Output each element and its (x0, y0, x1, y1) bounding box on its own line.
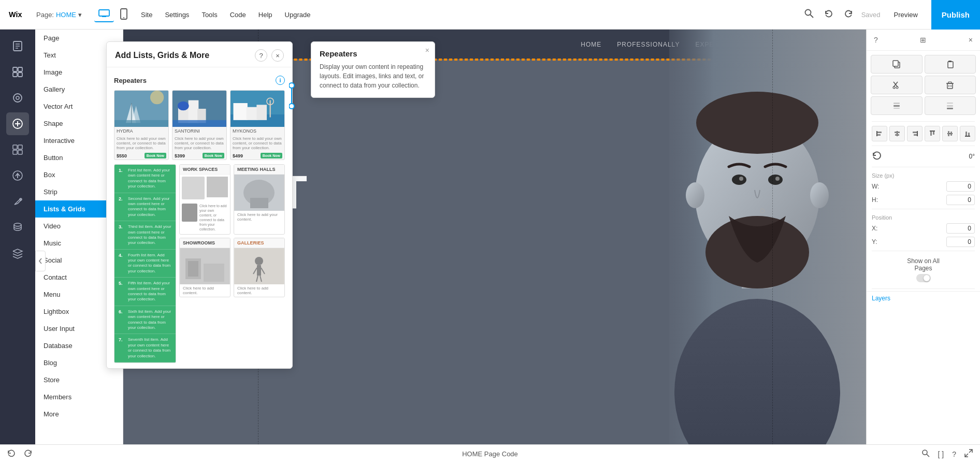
panel-item-members[interactable]: Members (35, 388, 123, 406)
chevron-down-icon[interactable]: ▾ (78, 11, 82, 19)
bottom-question-btn[interactable]: ? (950, 447, 958, 461)
svg-rect-89 (893, 105, 900, 107)
right-panel-grid-icon[interactable]: ⊞ (918, 34, 928, 46)
bottom-undo-btn[interactable] (5, 447, 18, 461)
rp-move-down-btn[interactable] (925, 96, 976, 115)
santorini-label: SANTORINI (172, 127, 226, 135)
right-panel-question-icon[interactable]: ? (872, 34, 880, 46)
repeater-subcard-showrooms[interactable]: SHOWROOMS Click here to add content. (179, 238, 230, 297)
left-icon-add[interactable] (6, 112, 29, 135)
rp-divider-6 (872, 288, 975, 289)
top-navigation: Site Settings Tools Code Help Upgrade (136, 9, 315, 21)
show-all-pages-section: Show on AllPages (867, 253, 980, 286)
add-lists-grids-panel: Add Lists, Grids & More ? × Repeaters i (106, 41, 293, 369)
desktop-device-btn[interactable] (94, 7, 114, 22)
repeater-subcard-galleries[interactable]: GALLERIES (234, 238, 285, 297)
search-icon[interactable] (802, 7, 816, 22)
left-icon-apps[interactable] (6, 138, 29, 161)
left-icon-database[interactable] (6, 216, 29, 239)
rp-align-left-btn[interactable] (872, 126, 887, 141)
nav-settings[interactable]: Settings (160, 9, 194, 21)
saved-label: Saved (861, 11, 881, 19)
repeater-card-hydra[interactable]: HYDRA Click here to add your own content… (114, 90, 169, 160)
svg-text:Wix: Wix (9, 10, 22, 19)
canvas-nav-home[interactable]: HOME (581, 41, 601, 48)
panel-item-more[interactable]: More (35, 406, 123, 423)
svg-point-76 (289, 104, 294, 109)
nav-help[interactable]: Help (253, 9, 278, 21)
svg-rect-14 (18, 73, 22, 77)
svg-rect-108 (950, 132, 952, 136)
rp-align-right-btn[interactable] (907, 126, 923, 141)
repeaters-info-icon[interactable]: i (276, 76, 285, 85)
add-panel-help-button[interactable]: ? (255, 49, 267, 62)
repeater-subcard-workspaces[interactable]: WORK SPACES Click here to add your own c… (179, 164, 230, 235)
nav-code[interactable]: Code (225, 9, 251, 21)
left-icon-publish-arrow[interactable] (6, 164, 29, 187)
mobile-device-btn[interactable] (116, 6, 132, 23)
undo-icon[interactable] (822, 7, 835, 22)
left-icon-pen[interactable] (6, 190, 29, 213)
rp-delete-btn[interactable] (925, 76, 976, 94)
rp-align-center-h-btn[interactable] (889, 126, 905, 141)
hydra-detail: Click here to add your own content, or c… (114, 135, 168, 152)
left-icon-pages[interactable] (6, 35, 29, 57)
x-input[interactable] (946, 223, 975, 234)
repeater-card-mykonos[interactable]: MYKONOS Click here to add your own conte… (230, 90, 285, 160)
page-name[interactable]: HOME (56, 11, 76, 19)
rp-divider-5 (872, 251, 975, 251)
repeater-card-santorini[interactable]: SANTORINI Click here to add your own con… (172, 90, 227, 160)
width-input[interactable] (946, 181, 975, 192)
rp-paste-btn[interactable] (925, 55, 976, 74)
position-section-label: Position (867, 211, 980, 222)
rp-rotate-row: 0° (867, 148, 980, 165)
rp-cut-btn[interactable] (871, 76, 923, 94)
publish-button[interactable]: Publish (931, 0, 980, 30)
list-item-6: 6. Sixth list item. Add your own content… (114, 306, 176, 335)
tooltip-close-button[interactable]: × (425, 46, 429, 54)
rp-align-middle-btn[interactable] (942, 126, 958, 141)
rp-copy-btn[interactable] (871, 55, 923, 74)
left-icon-components[interactable] (6, 61, 29, 83)
show-all-pages-label: Show on AllPages (872, 257, 975, 272)
bottom-search-btn[interactable] (919, 447, 932, 461)
height-input[interactable] (946, 195, 975, 205)
svg-rect-79 (948, 62, 953, 68)
bottom-zoom-btn[interactable]: [ ] (936, 447, 946, 461)
y-row: Y: (867, 235, 980, 249)
repeater-subcard-meetinghalls[interactable]: MEETING HALLS Click here to add your con… (234, 164, 285, 235)
svg-rect-99 (895, 134, 899, 136)
santorini-price: $399 Book Now (172, 152, 226, 160)
svg-rect-91 (947, 103, 953, 104)
svg-point-39 (810, 182, 829, 208)
nav-site[interactable]: Site (136, 9, 157, 21)
svg-rect-111 (968, 133, 970, 136)
rp-divider-4 (872, 209, 975, 209)
tooltip-body: Display your own content in repeating la… (320, 62, 426, 90)
redo-icon[interactable] (842, 7, 855, 22)
left-icon-media[interactable] (6, 86, 29, 109)
left-icon-layers[interactable] (6, 242, 29, 265)
y-input[interactable] (946, 237, 975, 247)
svg-rect-93 (947, 108, 953, 109)
svg-point-27 (14, 223, 21, 226)
nav-tools[interactable]: Tools (196, 9, 222, 21)
svg-point-51 (178, 102, 189, 111)
bottom-redo-btn[interactable] (22, 447, 34, 461)
collapse-panel-button[interactable] (35, 251, 46, 271)
layers-button[interactable]: Layers (867, 291, 980, 305)
rp-align-row-1 (867, 124, 980, 143)
repeater-card-green-list[interactable]: 1. First list item. Add your own content… (114, 164, 176, 363)
add-panel-close-button[interactable]: × (271, 49, 284, 62)
svg-rect-107 (948, 131, 949, 136)
rp-align-bottom-btn[interactable] (960, 126, 975, 141)
rp-move-up-btn[interactable] (871, 96, 923, 115)
width-row: W: (867, 180, 980, 193)
panel-item-store[interactable]: Store (35, 371, 123, 388)
bottom-expand-btn[interactable] (962, 447, 975, 461)
nav-upgrade[interactable]: Upgrade (280, 9, 316, 21)
right-panel-close-icon[interactable]: × (967, 34, 975, 46)
preview-button[interactable]: Preview (887, 8, 925, 22)
toggle-switch[interactable] (916, 274, 931, 282)
rp-align-top-btn[interactable] (925, 126, 940, 141)
